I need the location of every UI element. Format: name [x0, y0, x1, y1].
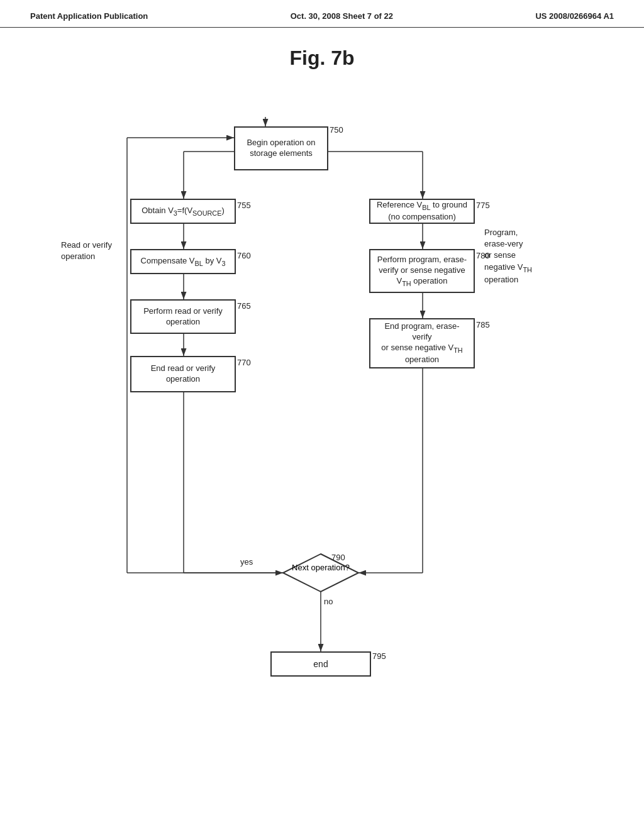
number-790: 790: [331, 553, 345, 562]
number-760: 760: [237, 251, 251, 260]
number-755: 755: [237, 201, 251, 210]
number-775: 775: [476, 201, 490, 210]
number-765: 765: [237, 301, 251, 311]
box-770: End read or verify operation: [130, 356, 236, 392]
number-785: 785: [476, 320, 490, 329]
box-780: Perform program, erase-verify or sense n…: [369, 249, 475, 293]
box-785: End program, erase-verifyor sense negati…: [369, 318, 475, 368]
box-795: end: [270, 651, 371, 677]
diamond-790-label: Next operation?: [284, 563, 357, 572]
header: Patent Application Publication Oct. 30, …: [0, 0, 644, 28]
box-750: Begin operation on storage elements: [234, 126, 328, 170]
box-755: Obtain V3=f(VSOURCE): [130, 199, 236, 224]
box-765: Perform read or verify operation: [130, 299, 236, 334]
figure-title: Fig. 7b: [0, 47, 644, 70]
header-left: Patent Application Publication: [30, 11, 148, 21]
diagram-container: Begin operation on storage elements 750 …: [39, 82, 605, 743]
header-right: US 2008/0266964 A1: [535, 11, 614, 21]
label-no: no: [324, 597, 333, 606]
svg-marker-19: [283, 554, 358, 592]
box-775: Reference VBL to ground(no compensation): [369, 199, 475, 224]
number-770: 770: [237, 358, 251, 367]
number-795: 795: [372, 651, 386, 661]
label-read-or-verify: Read or verifyoperation: [61, 240, 112, 262]
number-750: 750: [330, 125, 343, 135]
label-program-erase: Program,erase-veryor sensenegative VTHop…: [484, 227, 532, 286]
header-center: Oct. 30, 2008 Sheet 7 of 22: [291, 11, 393, 21]
label-yes: yes: [240, 557, 253, 567]
box-760: Compensate VBL by V3: [130, 249, 236, 274]
